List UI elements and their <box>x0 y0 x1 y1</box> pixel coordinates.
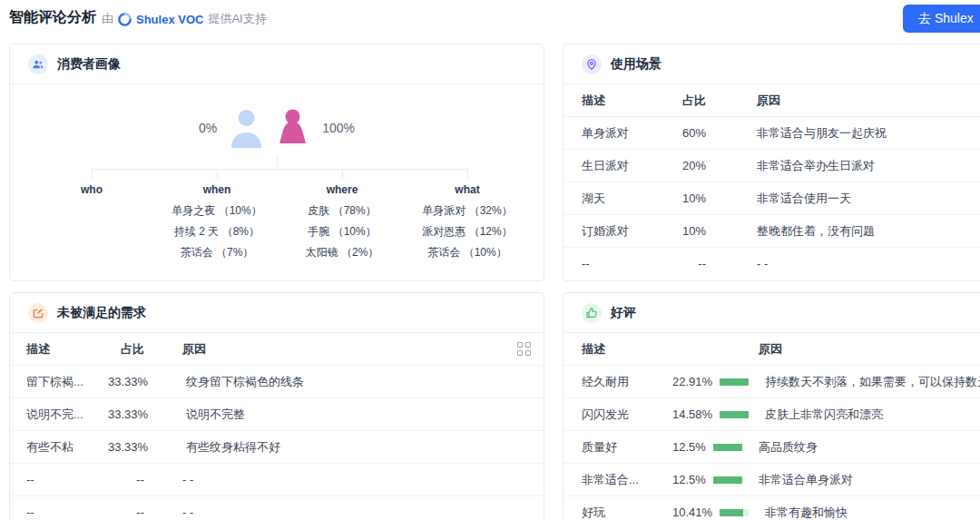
cell-desc: 好玩 <box>582 505 672 520</box>
col-reason: 原因 <box>182 341 517 358</box>
table-row: 生日派对20%非常适合举办生日派对 <box>564 149 980 182</box>
branch-tick-line <box>217 169 218 179</box>
cell-desc: 生日派对 <box>582 158 674 174</box>
branch-label: when <box>154 183 279 196</box>
branch-item: 派对恩惠 （12%） <box>405 225 530 238</box>
cell-reason: 整晚都住着，没有问题 <box>757 223 875 240</box>
table-row: 说明不完...33.33%说明不完整 <box>10 397 544 430</box>
table-row: 好玩10.41%非常有趣和愉快 <box>564 495 980 520</box>
cell-pct: 14.58% <box>672 407 712 421</box>
branch-column: what单身派对 （32%）派对恩惠 （12%）茶话会 （10%） <box>405 169 530 259</box>
table-row: ----- - <box>10 463 544 495</box>
bar-fill <box>720 378 749 386</box>
cell-reason: - - <box>757 257 768 270</box>
powered-prefix: 由 <box>102 11 113 27</box>
cell-pct: 10.41% <box>672 505 712 519</box>
col-reason: 原因 <box>757 93 780 109</box>
bar-fill <box>720 509 743 516</box>
table-header: 描述 占比 原因 <box>564 84 980 116</box>
cell-reason: - - <box>182 505 531 519</box>
shulex-logo-icon <box>118 13 132 26</box>
gender-split: 0% 100% <box>10 108 544 148</box>
cell-pct: 33.33% <box>108 440 148 454</box>
top-bar: 智能评论分析 由 Shulex VOC 提供AI支持 去 Shulex <box>0 0 980 36</box>
female-percent: 100% <box>322 121 355 135</box>
table-row: 经久耐用22.91%持续数天不剥落，如果需要，可以保持数天 <box>564 365 980 397</box>
cell-pct: 10% <box>674 191 706 205</box>
bar-fill <box>720 411 749 418</box>
cell-pct: 33.33% <box>108 407 148 421</box>
female-icon <box>276 108 309 148</box>
powered-suffix: 提供AI支持 <box>208 11 266 27</box>
bar-fill <box>713 476 742 484</box>
portrait-body: 0% 100% whowhen单身之夜 （10%）持续 2 天 （8%）茶话会 … <box>10 84 544 281</box>
branch-item: 太阳镜 （2%） <box>279 246 405 259</box>
cell-reason: 纹身留下棕褐色的线条 <box>186 374 531 390</box>
branch-label: what <box>405 183 530 196</box>
branch-item: 单身之夜 （10%） <box>154 204 279 217</box>
cell-pct: 12.5% <box>672 440 706 454</box>
cell-desc: 说明不完... <box>26 407 108 423</box>
usage-scenarios-card: 使用场景 描述 占比 原因 单身派对60%非常适合与朋友一起庆祝生日派对20%非… <box>563 44 980 281</box>
brand-link[interactable]: Shulex VOC <box>136 13 203 26</box>
cell-desc: -- <box>26 473 108 486</box>
cell-pct: 20% <box>674 159 706 172</box>
col-pct: 占比 <box>108 341 144 358</box>
col-pct: 占比 <box>674 93 706 109</box>
col-desc: 描述 <box>582 93 674 109</box>
bar-track <box>713 476 742 484</box>
cell-pct: 22.91% <box>672 375 712 388</box>
cell-pct: 12.5% <box>672 473 706 486</box>
cell-pct: 10% <box>674 224 706 238</box>
branch-label: who <box>29 183 154 196</box>
tree-stem-line <box>277 155 278 169</box>
male-icon <box>230 108 263 148</box>
unmet-needs-card: 未被满足的需求 描述 占比 原因 留下棕褐...33.33%纹身留下棕褐色的线条… <box>9 292 544 520</box>
branch-tick-line <box>467 169 468 179</box>
bar-track <box>720 378 749 386</box>
card-header: 好评 <box>564 293 980 333</box>
thumbs-up-icon <box>582 303 602 323</box>
screen: 智能评论分析 由 Shulex VOC 提供AI支持 去 Shulex <box>0 0 980 520</box>
card-title: 好评 <box>611 305 636 321</box>
table-row: 非常适合...12.5%非常适合单身派对 <box>564 463 980 495</box>
branch-item: 茶话会 （10%） <box>405 246 530 259</box>
cell-reason: 持续数天不剥落，如果需要，可以保持数天 <box>765 374 980 390</box>
consumer-portrait-card: 消费者画像 0% 100% whowhen单身之夜 （10%）持续 2 天 （8… <box>9 44 544 281</box>
table-row: ----- - <box>564 247 980 280</box>
cell-desc: 订婚派对 <box>582 223 674 240</box>
bar-track <box>720 509 749 516</box>
cell-desc: 经久耐用 <box>582 374 672 390</box>
col-desc: 描述 <box>582 341 759 358</box>
cell-reason: 说明不完整 <box>186 407 531 423</box>
go-shulex-button[interactable]: 去 Shulex <box>903 5 980 33</box>
table-row: 质量好12.5%高品质纹身 <box>564 430 980 463</box>
cell-reason: 有些纹身粘得不好 <box>186 439 531 456</box>
location-pin-icon <box>582 54 602 74</box>
powered-by: 由 Shulex VOC 提供AI支持 <box>102 11 267 27</box>
table-row: ----- - <box>10 495 544 520</box>
branch-item: 皮肤 （78%） <box>279 204 405 217</box>
positive-reviews-card: 好评 描述 原因 经久耐用22.91%持续数天不剥落，如果需要，可以保持数天闪闪… <box>563 292 980 520</box>
card-title: 使用场景 <box>611 56 662 73</box>
branch-column: who <box>29 169 154 259</box>
table-header: 描述 原因 <box>564 333 980 365</box>
cell-desc: 单身派对 <box>582 125 674 142</box>
card-header: 未被满足的需求 <box>10 293 544 333</box>
card-title: 未被满足的需求 <box>57 305 146 321</box>
cell-desc: 湖天 <box>582 191 674 207</box>
cell-reason: - - <box>182 473 531 486</box>
users-icon <box>28 54 48 74</box>
usage-table-body: 单身派对60%非常适合与朋友一起庆祝生日派对20%非常适合举办生日派对湖天10%… <box>564 116 980 280</box>
cell-pct: 33.33% <box>108 375 148 388</box>
cell-desc: 非常适合... <box>582 472 672 488</box>
male-percent: 0% <box>199 121 217 135</box>
unmet-table-body: 留下棕褐...33.33%纹身留下棕褐色的线条说明不完...33.33%说明不完… <box>10 365 544 520</box>
table-row: 湖天10%非常适合使用一天 <box>564 182 980 214</box>
branch-tick-line <box>92 169 93 179</box>
cell-reason: 高品质纹身 <box>759 439 818 456</box>
branch-item: 茶话会 （7%） <box>154 246 279 259</box>
table-row: 闪闪发光14.58%皮肤上非常闪亮和漂亮 <box>564 397 980 430</box>
card-title: 消费者画像 <box>57 56 121 73</box>
grid-view-icon[interactable] <box>517 342 531 356</box>
